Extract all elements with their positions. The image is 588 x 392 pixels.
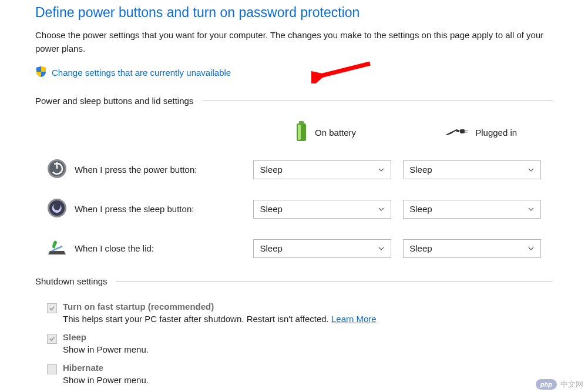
- page-description: Choose the power settings that you want …: [35, 29, 552, 55]
- power-button-label: When I press the power button:: [70, 165, 254, 175]
- svg-point-12: [49, 200, 65, 216]
- sleep-button-battery-select[interactable]: Sleep: [253, 200, 391, 219]
- power-button-row: When I press the power button: Sleep Sle…: [35, 158, 553, 181]
- sleep-button-row: When I press the sleep button: Sleep Sle…: [35, 197, 553, 220]
- chevron-down-icon: [527, 166, 535, 173]
- divider: [201, 100, 553, 101]
- shutdown-section-header: Shutdown settings: [35, 276, 553, 286]
- svg-rect-3: [298, 125, 301, 140]
- select-value: Sleep: [260, 165, 282, 175]
- hibernate-desc: Show in Power menu.: [63, 375, 149, 385]
- select-value: Sleep: [260, 243, 282, 253]
- power-sleep-section-header: Power and sleep buttons and lid settings: [35, 96, 553, 106]
- annotation-arrow-icon: [311, 60, 376, 85]
- close-lid-plugged-select[interactable]: Sleep: [403, 239, 541, 258]
- close-lid-battery-select[interactable]: Sleep: [253, 239, 391, 258]
- chevron-down-icon: [378, 206, 385, 213]
- select-value: Sleep: [260, 204, 282, 214]
- close-lid-row: When I close the lid: Sleep Sleep: [35, 237, 553, 260]
- on-battery-label: On battery: [315, 128, 356, 138]
- hibernate-item: Hibernate Show in Power menu.: [35, 363, 553, 385]
- power-sleep-header-text: Power and sleep buttons and lid settings: [35, 96, 193, 106]
- plug-icon: [445, 126, 468, 139]
- fast-startup-checkbox[interactable]: [47, 303, 57, 313]
- sleep-desc: Show in Power menu.: [63, 344, 149, 354]
- sleep-item: Sleep Show in Power menu.: [35, 332, 553, 354]
- fast-startup-title: Turn on fast startup (recommended): [63, 301, 377, 311]
- svg-rect-1: [299, 121, 304, 123]
- sleep-button-plugged-select[interactable]: Sleep: [403, 200, 541, 219]
- fast-startup-desc: This helps start your PC faster after sh…: [63, 314, 377, 324]
- shield-icon: [35, 66, 47, 79]
- chevron-down-icon: [527, 206, 535, 213]
- columns-header: On battery Plugged in: [35, 121, 553, 144]
- php-badge-icon: php: [536, 379, 557, 390]
- svg-line-0: [318, 63, 370, 76]
- fast-startup-item: Turn on fast startup (recommended) This …: [35, 301, 553, 324]
- plugged-in-label: Plugged in: [475, 128, 517, 138]
- learn-more-link[interactable]: Learn More: [331, 314, 377, 324]
- select-value: Sleep: [409, 165, 432, 175]
- chevron-down-icon: [378, 166, 385, 173]
- sleep-title: Sleep: [63, 332, 149, 342]
- shutdown-header-text: Shutdown settings: [35, 276, 107, 286]
- watermark-text: 中文网: [560, 379, 583, 390]
- chevron-down-icon: [527, 245, 535, 252]
- change-settings-link[interactable]: Change settings that are currently unava…: [52, 68, 231, 78]
- page-title: Define power buttons and turn on passwor…: [35, 5, 553, 21]
- sleep-checkbox[interactable]: [47, 334, 57, 344]
- power-button-plugged-select[interactable]: Sleep: [403, 160, 541, 179]
- laptop-lid-icon: [46, 237, 68, 260]
- power-button-battery-select[interactable]: Sleep: [253, 160, 391, 179]
- chevron-down-icon: [378, 245, 385, 252]
- close-lid-label: When I close the lid:: [70, 243, 254, 253]
- hibernate-checkbox[interactable]: [47, 364, 57, 374]
- select-value: Sleep: [409, 243, 432, 253]
- svg-rect-4: [460, 129, 465, 133]
- divider: [116, 281, 553, 282]
- hibernate-title: Hibernate: [63, 363, 149, 373]
- battery-icon: [295, 121, 308, 144]
- sleep-button-label: When I press the sleep button:: [70, 204, 254, 214]
- select-value: Sleep: [409, 204, 432, 214]
- power-button-icon: [46, 158, 68, 181]
- sleep-button-icon: [46, 197, 68, 220]
- watermark: php 中文网: [536, 379, 583, 390]
